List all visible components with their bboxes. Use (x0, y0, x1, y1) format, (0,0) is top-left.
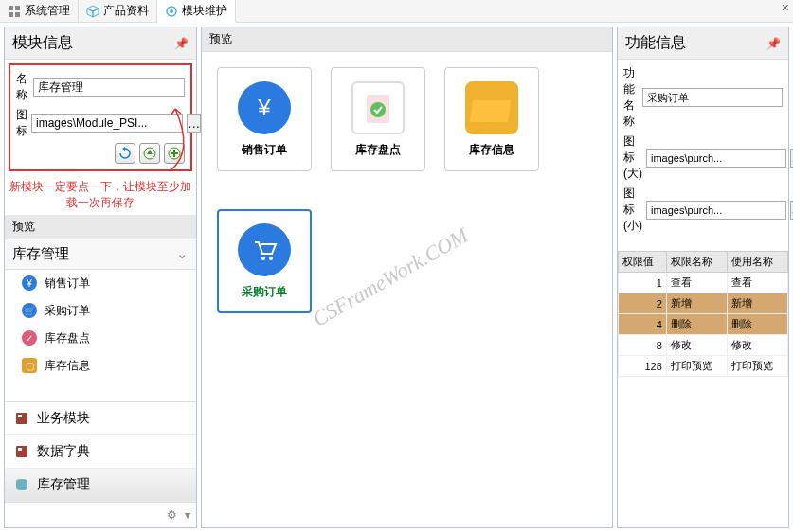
browse-button[interactable]: … (187, 114, 201, 133)
nav-label: 业务模块 (37, 410, 90, 427)
tree-item-stock-info[interactable]: ▢ 库存信息 (5, 352, 196, 380)
folder-icon: ▢ (22, 358, 37, 373)
move-up-button[interactable] (139, 143, 160, 164)
func-name-label: 功能名称 (623, 65, 639, 130)
icon-big-input[interactable] (646, 149, 786, 168)
chevron-down-icon[interactable]: ▾ (185, 508, 190, 522)
name-label: 名称 (16, 71, 29, 103)
table-row[interactable]: 2 新增 新增 (619, 293, 788, 314)
gear-icon[interactable]: ⚙ (167, 508, 177, 522)
cart-icon (238, 223, 291, 276)
database-icon (14, 477, 29, 492)
tree-item-purchase-order[interactable]: 🛒 采购订单 (5, 297, 196, 325)
tab-label: 模块维护 (182, 3, 227, 19)
svg-rect-8 (16, 413, 27, 424)
card-stock-info[interactable]: 库存信息 (444, 67, 539, 171)
coin-icon: ¥ (238, 81, 291, 134)
tree-item-stock-check[interactable]: ✓ 库存盘点 (5, 325, 196, 352)
card-label: 库存盘点 (355, 142, 401, 158)
tab-product-info[interactable]: 产品资料 (79, 0, 157, 22)
cart-icon: 🛒 (22, 303, 37, 318)
table-row[interactable]: 128 打印预览 打印预览 (619, 356, 788, 377)
pin-icon[interactable]: 📌 (766, 37, 781, 50)
tab-module-maintain[interactable]: 模块维护 (157, 0, 236, 23)
nav-label: 库存管理 (37, 476, 90, 493)
tree-item-label: 库存信息 (45, 358, 90, 374)
svg-rect-10 (16, 446, 27, 457)
tree-item-sales-order[interactable]: ¥ 销售订单 (5, 270, 196, 297)
icon-small-label: 图标(小) (623, 186, 642, 234)
grid-icon (8, 5, 21, 18)
icon-input[interactable] (31, 114, 183, 133)
folder-icon (465, 81, 518, 134)
right-panel: 功能信息 📌 功能名称 图标(大) … 图标(小) … (617, 27, 789, 528)
nav-label: 数据字典 (37, 443, 90, 460)
tab-system-manage[interactable]: 系统管理 (0, 0, 79, 22)
refresh-button[interactable] (115, 143, 135, 164)
nav-data-dict[interactable]: 数据字典 (5, 435, 196, 469)
svg-rect-2 (9, 12, 13, 17)
gear-icon (165, 5, 178, 18)
main-layout: 模块信息 📌 名称 图标 … 新模块一定要点一下，让模块至少加载一次再保存 (0, 23, 793, 532)
svg-point-14 (370, 102, 386, 117)
bottom-toolbar: ⚙ ▾ (5, 502, 196, 527)
chevron-down-icon: ⌄ (176, 245, 189, 262)
tab-label: 产品资料 (103, 3, 149, 19)
hint-text: 新模块一定要点一下，让模块至少加载一次再保存 (5, 175, 196, 215)
card-sales-order[interactable]: ¥ 销售订单 (217, 67, 312, 171)
svg-rect-11 (18, 448, 22, 451)
tree-item-label: 采购订单 (45, 303, 90, 319)
card-label: 销售订单 (242, 142, 287, 158)
svg-point-15 (261, 257, 265, 260)
book-icon (14, 411, 29, 426)
card-purchase-order[interactable]: 采购订单 (217, 209, 312, 313)
clipboard-icon (351, 81, 405, 134)
book-icon (14, 444, 29, 459)
name-input[interactable] (33, 78, 185, 97)
tree-list: ¥ 销售订单 🛒 采购订单 ✓ 库存盘点 ▢ 库存信息 (5, 270, 196, 401)
icon-big-label: 图标(大) (623, 133, 642, 182)
card-label: 采购订单 (242, 284, 287, 300)
col-use[interactable]: 使用名称 (727, 252, 787, 273)
tree-item-label: 销售订单 (45, 275, 90, 292)
preview-section-header: 预览 (5, 215, 196, 239)
tree-header[interactable]: 库存管理 ⌄ (5, 239, 196, 270)
check-icon: ✓ (22, 330, 37, 346)
panel-title: 预览 (209, 31, 232, 47)
panel-title: 功能信息 (625, 33, 686, 53)
add-button[interactable] (164, 143, 185, 164)
card-stock-check[interactable]: 库存盘点 (331, 67, 425, 171)
table-row[interactable]: 1 查看 查看 (619, 273, 788, 293)
function-info-header: 功能信息 📌 (618, 27, 788, 60)
svg-rect-0 (9, 6, 13, 10)
tree-item-label: 库存盘点 (45, 330, 90, 346)
icon-small-input[interactable] (646, 201, 786, 220)
func-name-input[interactable] (642, 88, 783, 107)
tab-close-button[interactable]: × (778, 0, 793, 22)
svg-point-5 (170, 9, 173, 13)
left-panel: 模块信息 📌 名称 图标 … 新模块一定要点一下，让模块至少加载一次再保存 (4, 27, 197, 528)
tree-title: 库存管理 (12, 245, 69, 263)
col-name[interactable]: 权限名称 (666, 252, 727, 273)
function-form: 功能名称 图标(大) … 图标(小) … (618, 60, 788, 243)
nav-stock-manage[interactable]: 库存管理 (5, 469, 196, 502)
preview-label: 预览 (12, 219, 35, 235)
table-row[interactable]: 4 删除 删除 (619, 314, 788, 335)
nav-business-module[interactable]: 业务模块 (5, 402, 196, 435)
center-panel: 预览 ¥ 销售订单 库存盘点 库存信息 (201, 27, 613, 528)
center-preview-header: 预览 (202, 27, 612, 52)
svg-rect-3 (15, 12, 20, 17)
pin-icon[interactable]: 📌 (174, 37, 189, 50)
module-info-header: 模块信息 📌 (5, 27, 196, 60)
table-row[interactable]: 8 修改 修改 (619, 335, 788, 356)
bottom-nav: 业务模块 数据字典 库存管理 ⚙ ▾ (5, 401, 196, 527)
permissions-table: 权限值 权限名称 使用名称 1 查看 查看 2 新增 新增 4 (618, 251, 788, 377)
cube-icon (86, 5, 99, 18)
col-value[interactable]: 权限值 (619, 252, 667, 273)
panel-title: 模块信息 (12, 33, 73, 53)
tab-label: 系统管理 (25, 3, 70, 19)
svg-rect-1 (15, 6, 20, 10)
table-header-row: 权限值 权限名称 使用名称 (619, 252, 788, 273)
tab-bar: 系统管理 产品资料 模块维护 × (0, 0, 793, 23)
svg-rect-9 (18, 415, 22, 417)
